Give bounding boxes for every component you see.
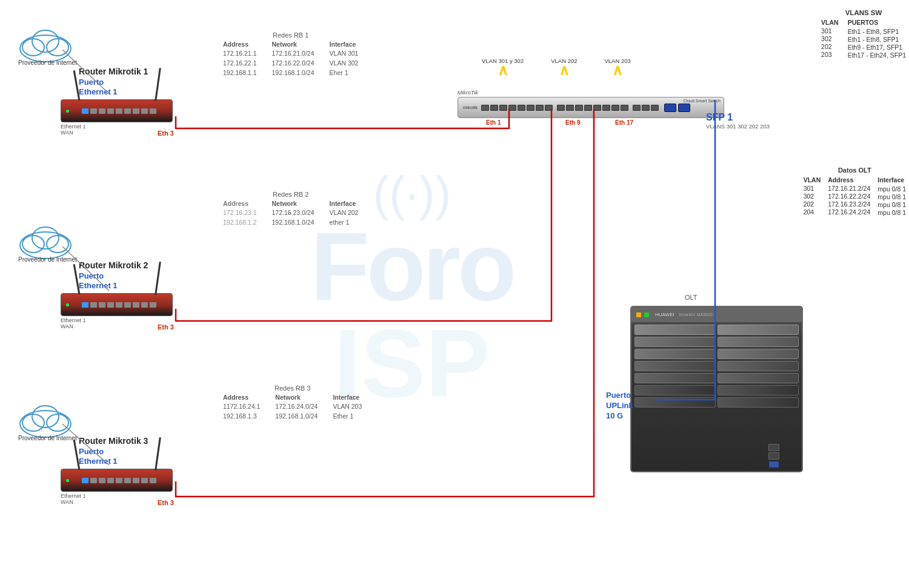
- cloud-1: Proveedor de Internet: [18, 24, 77, 67]
- vlan-arrow-202: VLAN 202 ∧: [551, 58, 577, 76]
- svg-point-6: [32, 30, 59, 52]
- router-1-subtitle: Puerto Ethernet 1: [79, 78, 174, 96]
- redes-rb1-info: Redes RB 1 Address 172.16.21.1172.16.22.…: [223, 31, 358, 78]
- redes-rb3-interfaces: VLAN 203Ether 1: [333, 402, 362, 421]
- vlans-sw-table: VLANS SW VLAN PUERTOS 301 Eth1 - Eth8, S…: [821, 9, 906, 59]
- redes-rb3-title: Redes RB 3: [223, 385, 362, 392]
- router-1-eth3-label: Eth 3: [158, 130, 174, 137]
- svg-point-3: [20, 35, 71, 62]
- svg-point-14: [32, 406, 59, 428]
- router-3-eth3-label: Eth 3: [158, 499, 174, 506]
- svg-point-4: [22, 39, 44, 56]
- vlan-arrow-203: VLAN 203 ∧: [605, 58, 631, 76]
- redes-rb1-title: Redes RB 1: [223, 31, 358, 39]
- svg-point-7: [20, 232, 71, 259]
- redes-rb2-addresses: 172.16.23.1192.168.1.2: [223, 208, 256, 228]
- switch-brand: MikroTik: [458, 90, 724, 96]
- router-2-wan-label: Ethernet 1WAN: [61, 317, 174, 329]
- vlan-row-302: 302 Eth1 - Eth8, SFP1: [821, 35, 906, 43]
- switch-eth9-label: Eth 9: [565, 119, 580, 126]
- router-2-subtitle: Puerto Ethernet 1: [79, 271, 174, 290]
- redes-rb3-addresses: 1172.16.24.1192.168.1.3: [223, 402, 260, 421]
- redes-rb1-addresses: 172.16.21.1172.16.22.1192.168.1.1: [223, 49, 256, 78]
- svg-point-13: [47, 414, 68, 431]
- vlan-arrow-301-302: VLAN 301 y 302 ∧: [482, 58, 524, 76]
- router-1: Router Mikrotik 1 Puerto Ethernet 1: [61, 67, 174, 137]
- svg-point-11: [20, 411, 71, 437]
- olt-row-204: 204 172.16.24.2/24 mpu 0/8 1: [804, 208, 906, 216]
- switch-model-label: Cloud Smart Switch: [684, 99, 721, 103]
- svg-point-9: [47, 236, 68, 253]
- router-2: Router Mikrotik 2 Puerto Ethernet 1: [61, 260, 174, 331]
- svg-point-10: [32, 227, 59, 249]
- vlan-row-301: 301 Eth1 - Eth8, SFP1: [821, 27, 906, 35]
- redes-rb2-interfaces: VLAN 202ether 1: [330, 208, 359, 228]
- redes-rb3-networks: 172.16.24.0/24192.168.1.0/24: [275, 402, 318, 421]
- svg-point-12: [22, 414, 44, 431]
- switch-ports-1-8: [481, 105, 553, 111]
- redes-rb2-networks: 172.16.23.0/24192.168.1.0/24: [271, 208, 314, 228]
- redes-rb3-info: Redes RB 3 Address 1172.16.24.1192.168.1…: [223, 385, 362, 421]
- vlan-arrows: VLAN 301 y 302 ∧ VLAN 202 ∧ VLAN 203 ∧: [482, 58, 631, 76]
- router-1-wan-label: Ethernet 1WAN: [61, 124, 174, 136]
- switch-eth1-label: Eth 1: [486, 119, 501, 126]
- watermark-foro: Foro: [230, 218, 594, 315]
- svg-point-5: [47, 39, 68, 56]
- cloud-2: Proveedor de Internet: [18, 221, 77, 263]
- switch-ports-9-16: [557, 105, 628, 111]
- cloud-1-label: Proveedor de Internet: [18, 59, 77, 67]
- switch-eth17-label: Eth 17: [615, 119, 633, 126]
- router-3: Router Mikrotik 3 Puerto Ethernet 1: [61, 436, 174, 506]
- olt-title-label: OLT: [685, 294, 698, 301]
- switch-ports-17-24: [633, 105, 659, 111]
- router-2-eth3-label: Eth 3: [158, 323, 174, 331]
- olt-row-301: 301 172.16.21.2/24 mpu 0/8 1: [804, 185, 906, 193]
- switch-device: MikroTik mikrotik: [458, 90, 724, 131]
- olt-device: HUAWEI SmartAX MA5800: [630, 306, 803, 472]
- vlan-row-203: 203 Eth17 - Eth24, SFP1: [821, 51, 906, 59]
- datos-olt-table: Datos OLT VLAN Address Interface 301 172…: [804, 167, 906, 216]
- redes-rb1-interfaces: VLAN 301VLAN 302Eher 1: [330, 49, 359, 78]
- svg-point-8: [22, 236, 44, 253]
- router-3-wan-label: Ethernet 1WAN: [61, 493, 174, 505]
- switch-sfp-ports: [664, 104, 690, 112]
- olt-row-302: 302 172.16.22.2/24 mpu 0/8 1: [804, 193, 906, 200]
- router-3-subtitle: Puerto Ethernet 1: [79, 447, 174, 466]
- redes-rb1-networks: 172.16.21.0/24172.16.22.0/24192.168.1.0/…: [271, 49, 314, 78]
- olt-uplink-label: PuertoUPLink10 G: [606, 391, 633, 421]
- olt-row-202: 202 172.16.23.2/24 mpu 0/8 1: [804, 200, 906, 208]
- redes-rb2-title: Redes RB 2: [223, 191, 358, 198]
- redes-rb2-info: Redes RB 2 Address 172.16.23.1192.168.1.…: [223, 191, 358, 228]
- vlan-row-202: 202 Eth9 - Eth17, SFP1: [821, 43, 906, 51]
- sfp1-label: SFP 1 VLANS 301 302 202 203: [706, 112, 770, 130]
